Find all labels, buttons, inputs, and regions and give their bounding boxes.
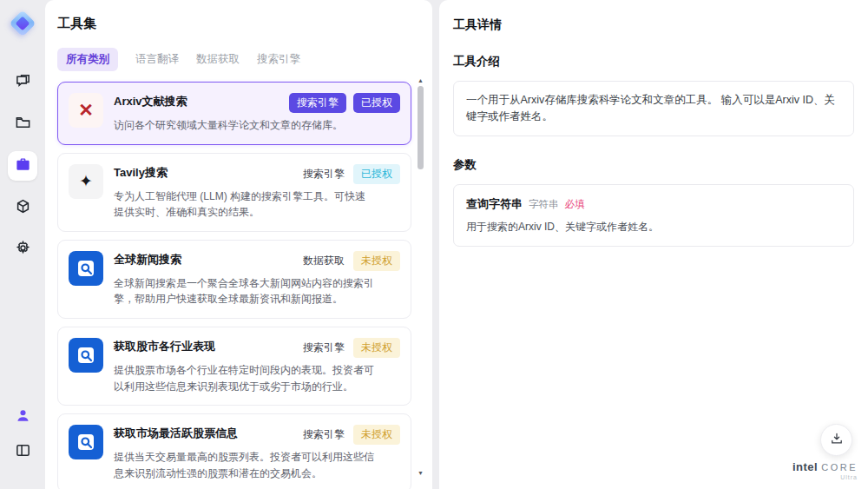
tool-card-body: Arxiv文献搜索 搜索引擎 已授权 访问各个研究领域大量科学论文和文章的存储库… bbox=[114, 93, 400, 134]
sidebar-item-files[interactable] bbox=[8, 109, 37, 139]
parameter-type: 字符串 bbox=[529, 198, 559, 211]
app-logo[interactable] bbox=[10, 9, 36, 38]
parameter-required-flag: 必填 bbox=[565, 198, 585, 211]
detail-title: 工具详情 bbox=[453, 17, 854, 33]
tool-description: 专为人工智能代理 (LLM) 构建的搜索引擎工具。可快速提供实时、准确和真实的结… bbox=[114, 188, 374, 221]
sidebar-item-chat[interactable] bbox=[8, 68, 37, 97]
tool-name: 获取市场最活跃股票信息 bbox=[114, 425, 238, 441]
blue-search-icon bbox=[69, 338, 103, 373]
tool-name: 全球新闻搜索 bbox=[114, 251, 181, 268]
tool-card-body: Tavily搜索 搜索引擎 已授权 专为人工智能代理 (LLM) 构建的搜索引擎… bbox=[114, 164, 400, 221]
intro-section-title: 工具介绍 bbox=[453, 54, 854, 69]
parameter-name: 查询字符串 bbox=[466, 196, 523, 212]
arxiv-logo-icon: ✕ bbox=[69, 93, 103, 128]
auth-status-badge: 已授权 bbox=[353, 93, 400, 113]
tool-card-global-news[interactable]: 全球新闻搜索 数据获取 未授权 全球新闻搜索是一个聚合全球各大新闻网站内容的搜索… bbox=[57, 240, 411, 319]
page-title: 工具集 bbox=[57, 16, 411, 32]
gear-icon bbox=[15, 240, 31, 260]
scrollbar-thumb[interactable] bbox=[418, 86, 424, 169]
tab-data-fetch[interactable]: 数据获取 bbox=[196, 48, 240, 71]
tool-name: 获取股市各行业表现 bbox=[114, 338, 215, 354]
tool-name: Tavily搜索 bbox=[114, 164, 168, 181]
sidebar-item-settings[interactable] bbox=[8, 235, 37, 264]
tab-all-categories[interactable]: 所有类别 bbox=[57, 48, 118, 71]
category-badge: 搜索引擎 bbox=[289, 93, 346, 113]
sidebar-item-models[interactable] bbox=[8, 193, 37, 222]
blue-search-icon bbox=[69, 251, 103, 286]
scroll-up-arrow-icon[interactable]: ▲ bbox=[417, 76, 424, 84]
user-icon bbox=[15, 407, 31, 427]
category-badge: 数据获取 bbox=[301, 251, 346, 271]
folder-icon bbox=[15, 115, 31, 135]
sidebar-item-account[interactable] bbox=[8, 402, 37, 432]
sidebar-item-tools[interactable] bbox=[8, 151, 37, 181]
category-badge: 搜索引擎 bbox=[301, 425, 346, 445]
auth-status-badge: 未授权 bbox=[353, 251, 400, 271]
tool-card-tavily[interactable]: ✦ Tavily搜索 搜索引擎 已授权 专为人工智能代理 (LLM) 构建的搜索… bbox=[57, 153, 411, 232]
tool-card-body: 获取股市各行业表现 搜索引擎 未授权 提供股票市场各个行业在特定时间段内的表现。… bbox=[114, 338, 400, 394]
cube-icon bbox=[15, 198, 31, 218]
scroll-down-arrow-icon[interactable]: ▼ bbox=[417, 469, 424, 477]
tab-search-engine[interactable]: 搜索引擎 bbox=[257, 48, 300, 71]
auth-status-badge: 未授权 bbox=[353, 338, 400, 358]
list-scrollbar[interactable]: ▲ ▼ bbox=[417, 76, 424, 477]
auth-status-badge: 已授权 bbox=[353, 164, 400, 184]
tab-language-translation[interactable]: 语言翻译 bbox=[135, 48, 179, 71]
left-rail bbox=[0, 0, 45, 489]
parameter-description: 用于搜索的Arxiv ID、关键字或作者姓名。 bbox=[466, 220, 841, 235]
tool-intro-box: 一个用于从Arxiv存储库搜索科学论文和文章的工具。 输入可以是Arxiv ID… bbox=[453, 81, 854, 136]
tool-card-sector-performance[interactable]: 获取股市各行业表现 搜索引擎 未授权 提供股票市场各个行业在特定时间段内的表现。… bbox=[57, 327, 411, 406]
chat-icon bbox=[15, 73, 31, 93]
category-tabs: 所有类别 语言翻译 数据获取 搜索引擎 bbox=[57, 48, 411, 71]
parameter-card: 查询字符串 字符串 必填 用于搜索的Arxiv ID、关键字或作者姓名。 bbox=[453, 184, 854, 247]
download-icon bbox=[830, 432, 844, 449]
params-section-title: 参数 bbox=[453, 157, 854, 173]
tool-card-body: 全球新闻搜索 数据获取 未授权 全球新闻搜索是一个聚合全球各大新闻网站内容的搜索… bbox=[114, 251, 400, 307]
download-button[interactable] bbox=[820, 424, 852, 456]
split-panel-icon bbox=[15, 442, 31, 462]
tool-description: 访问各个研究领域大量科学论文和文章的存储库。 bbox=[114, 117, 374, 134]
category-badge: 搜索引擎 bbox=[301, 338, 346, 358]
four-point-star-icon: ✦ bbox=[69, 164, 103, 199]
sidebar-item-collapse[interactable] bbox=[8, 437, 37, 466]
tool-card-most-active-stocks[interactable]: 获取市场最活跃股票信息 搜索引擎 未授权 提供当天交易量最高的股票列表。投资者可… bbox=[57, 413, 411, 489]
core-logo-text: CORE bbox=[821, 462, 858, 472]
blue-search-icon bbox=[69, 425, 103, 459]
intel-core-logo: intel CORE Ultra bbox=[792, 461, 858, 481]
core-variant-text: Ultra bbox=[792, 474, 858, 481]
tool-detail-panel: 工具详情 工具介绍 一个用于从Arxiv存储库搜索科学论文和文章的工具。 输入可… bbox=[439, 0, 868, 489]
tool-name: Arxiv文献搜索 bbox=[114, 93, 187, 109]
tool-list-panel: 工具集 所有类别 语言翻译 数据获取 搜索引擎 ✕ Arxiv文献搜索 搜索引擎… bbox=[45, 0, 432, 489]
category-badge: 搜索引擎 bbox=[301, 164, 346, 184]
auth-status-badge: 未授权 bbox=[353, 425, 400, 445]
briefcase-icon bbox=[15, 156, 31, 176]
tool-description: 全球新闻搜索是一个聚合全球各大新闻网站内容的搜索引擎，帮助用户快速获取全球最新资… bbox=[114, 275, 374, 307]
tool-description: 提供当天交易量最高的股票列表。投资者可以利用这些信息来识别流动性强的股票和潜在的… bbox=[114, 449, 374, 481]
tool-card-body: 获取市场最活跃股票信息 搜索引擎 未授权 提供当天交易量最高的股票列表。投资者可… bbox=[114, 425, 400, 481]
tool-list: ✕ Arxiv文献搜索 搜索引擎 已授权 访问各个研究领域大量科学论文和文章的存… bbox=[57, 82, 411, 489]
tool-card-arxiv[interactable]: ✕ Arxiv文献搜索 搜索引擎 已授权 访问各个研究领域大量科学论文和文章的存… bbox=[57, 82, 411, 145]
intel-logo-text: intel bbox=[792, 461, 818, 473]
tool-description: 提供股票市场各个行业在特定时间段内的表现。投资者可以利用这些信息来识别表现优于或… bbox=[114, 362, 374, 394]
